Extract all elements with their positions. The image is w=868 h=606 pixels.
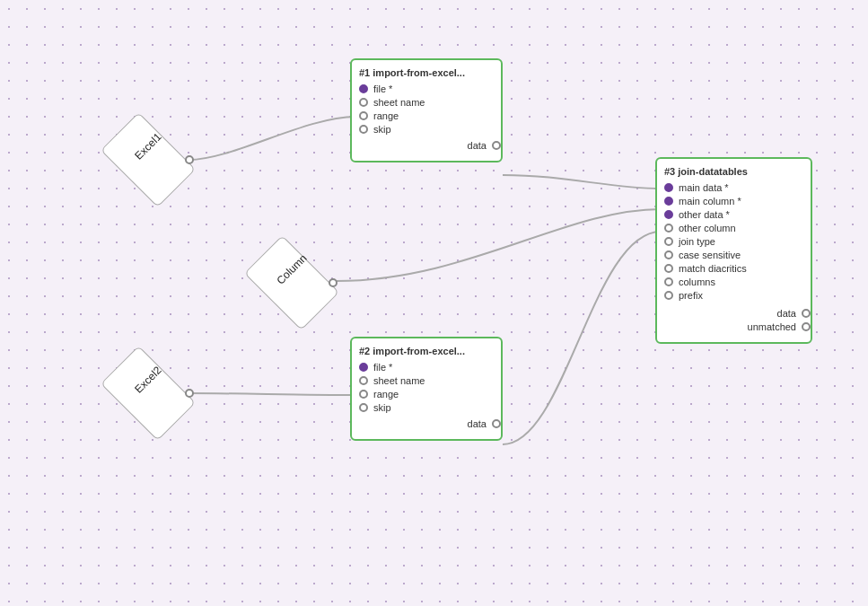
import2-node[interactable]: #2 import-from-excel... file sheet name … <box>350 337 503 441</box>
join-port-othercolumn: other column <box>664 223 800 233</box>
import1-port-skip: skip <box>359 124 490 135</box>
import2-data-label: data <box>468 418 487 429</box>
import1-sheetname-label: sheet name <box>373 97 425 108</box>
import1-skip-dot <box>359 125 368 134</box>
column-node[interactable]: Column <box>251 256 332 310</box>
excel2-node[interactable]: Excel2 <box>108 366 189 420</box>
join-columns-dot <box>664 277 673 286</box>
import1-port-range: range <box>359 110 490 121</box>
excel1-output-port <box>185 155 194 164</box>
join-node[interactable]: #3 join-datatables main data main column… <box>655 157 812 344</box>
join-title: #3 join-datatables <box>664 166 800 177</box>
import1-output-data: data <box>359 140 501 151</box>
join-output-unmatched: unmatched <box>664 321 811 332</box>
join-maincolumn-dot <box>664 197 673 206</box>
join-port-maindata: main data <box>664 182 800 193</box>
join-output-data: data <box>664 308 811 319</box>
join-port-matchdiacritics: match diacritics <box>664 263 800 274</box>
import2-port-file: file <box>359 362 490 373</box>
column-output-port <box>329 278 338 287</box>
import2-skip-label: skip <box>373 402 391 413</box>
join-matchdiacritics-dot <box>664 264 673 273</box>
join-jointype-dot <box>664 237 673 246</box>
import2-file-dot <box>359 363 368 372</box>
join-prefix-label: prefix <box>679 290 703 301</box>
import1-file-label: file <box>373 83 392 94</box>
import1-data-dot <box>492 141 501 150</box>
conn-import2-join-otherdata <box>503 232 661 444</box>
import1-range-dot <box>359 111 368 120</box>
import2-sheetname-dot <box>359 376 368 385</box>
join-jointype-label: join type <box>679 236 715 247</box>
join-otherdata-label: other data <box>679 209 730 220</box>
import1-port-sheetname: sheet name <box>359 97 490 108</box>
join-othercolumn-dot <box>664 224 673 233</box>
join-port-prefix: prefix <box>664 290 800 301</box>
import2-range-label: range <box>373 389 399 400</box>
import2-port-range: range <box>359 389 490 400</box>
import2-title: #2 import-from-excel... <box>359 346 490 356</box>
join-casesensitive-label: case sensitive <box>679 250 741 260</box>
import1-node[interactable]: #1 import-from-excel... file sheet name … <box>350 58 503 162</box>
import1-range-label: range <box>373 110 399 121</box>
import2-range-dot <box>359 390 368 399</box>
join-othercolumn-label: other column <box>679 223 736 233</box>
import1-data-label: data <box>468 140 487 151</box>
join-port-casesensitive: case sensitive <box>664 250 800 260</box>
join-maincolumn-label: main column <box>679 196 741 206</box>
join-port-columns: columns <box>664 277 800 287</box>
join-port-otherdata: other data <box>664 209 800 220</box>
import2-port-sheetname: sheet name <box>359 375 490 386</box>
import1-file-dot <box>359 84 368 93</box>
join-port-maincolumn: main column <box>664 196 800 206</box>
join-data-label: data <box>777 308 796 319</box>
join-matchdiacritics-label: match diacritics <box>679 263 747 274</box>
import2-file-label: file <box>373 362 392 373</box>
import1-port-file: file <box>359 83 490 94</box>
import2-data-dot <box>492 419 501 428</box>
join-casesensitive-dot <box>664 250 673 259</box>
join-otherdata-dot <box>664 210 673 219</box>
join-unmatched-dot <box>802 322 811 331</box>
conn-excel2-import2 <box>189 393 355 395</box>
conn-column-join-maincolumn <box>337 209 661 281</box>
import1-skip-label: skip <box>373 124 391 135</box>
conn-import1-join-maindata <box>503 175 661 189</box>
join-prefix-dot <box>664 291 673 300</box>
excel2-output-port <box>185 389 194 398</box>
import2-skip-dot <box>359 403 368 412</box>
import1-title: #1 import-from-excel... <box>359 67 490 78</box>
import1-sheetname-dot <box>359 98 368 107</box>
excel1-node[interactable]: Excel1 <box>108 133 189 187</box>
join-port-jointype: join type <box>664 236 800 247</box>
join-maindata-dot <box>664 183 673 192</box>
join-maindata-label: main data <box>679 182 729 193</box>
join-columns-label: columns <box>679 277 715 287</box>
import2-port-skip: skip <box>359 402 490 413</box>
import2-sheetname-label: sheet name <box>373 375 425 386</box>
import2-output-data: data <box>359 418 501 429</box>
join-data-dot <box>802 309 811 318</box>
conn-excel1-import1 <box>189 117 355 160</box>
join-unmatched-label: unmatched <box>748 321 796 332</box>
